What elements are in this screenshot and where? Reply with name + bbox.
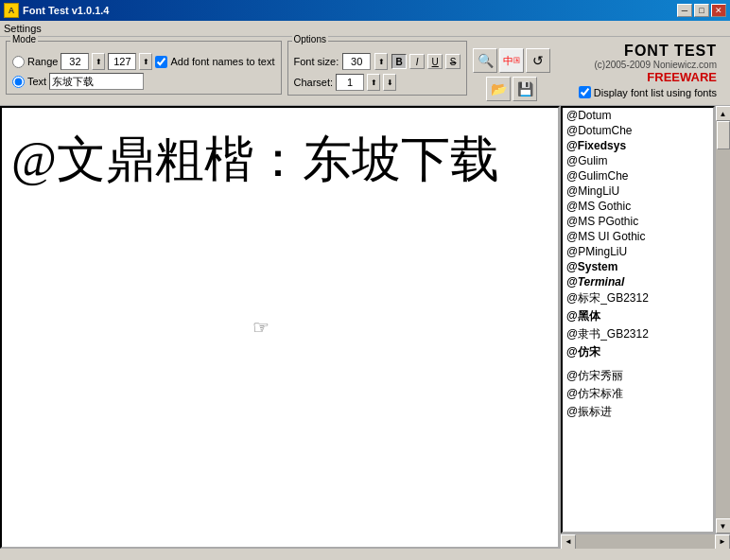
list-item[interactable]: @振标进: [563, 403, 713, 421]
china-button[interactable]: 中国: [499, 48, 524, 73]
list-item[interactable]: @标宋_GB2312: [563, 289, 713, 307]
action-buttons: 🔍 中国 ↺ 📂 💾: [473, 41, 550, 101]
titlebar: A Font Test v1.0.1.4 ─ □ ✕: [0, 0, 730, 21]
minimize-button[interactable]: ─: [677, 4, 692, 17]
scroll-left-button[interactable]: ◄: [561, 534, 576, 550]
charset-row: Charset: ⬆ ⬇: [294, 74, 461, 91]
open-button[interactable]: 📂: [486, 77, 511, 101]
list-item[interactable]: @MingLiU: [563, 184, 713, 199]
range-to-input[interactable]: [108, 53, 136, 70]
style-buttons: B I U S: [391, 54, 461, 69]
titlebar-buttons: ─ □ ✕: [677, 4, 726, 17]
range-radio[interactable]: [12, 56, 25, 68]
italic-button[interactable]: I: [409, 54, 425, 69]
logo-freeware: FREEWARE: [579, 70, 717, 84]
mode-label: Mode: [10, 34, 38, 44]
display-font-label: Display font list using fonts: [594, 87, 717, 98]
range-to-spin[interactable]: ⬆: [139, 53, 152, 70]
add-font-names-label: Add font names to text: [170, 56, 274, 67]
charset-input[interactable]: [336, 74, 364, 91]
list-item[interactable]: @Gulim: [563, 153, 713, 168]
font-list: @Dotum @DotumChe @Fixedsys @Gulim @Gulim…: [563, 108, 713, 421]
search-button[interactable]: 🔍: [473, 48, 497, 73]
charset-label: Charset:: [294, 77, 334, 88]
font-list-container: @Dotum @DotumChe @Fixedsys @Gulim @Gulim…: [561, 106, 730, 534]
toolbar: Mode Range ⬆ ⬆ Add font names to text Te…: [0, 37, 730, 106]
preview-area[interactable]: @文鼎粗楷：东坡下载 ☞: [0, 106, 560, 549]
horizontal-scrollbar: ◄ ►: [561, 534, 730, 549]
bold-button[interactable]: B: [391, 54, 407, 69]
list-item[interactable]: @MS UI Gothic: [563, 229, 713, 244]
range-from-input[interactable]: [61, 53, 89, 70]
list-item[interactable]: @Dotum: [563, 108, 713, 123]
cursor-hint: ☞: [252, 316, 269, 339]
list-item[interactable]: @Fixedsys: [563, 138, 713, 153]
list-item[interactable]: @PMingLiU: [563, 244, 713, 259]
scroll-track-h: [576, 534, 715, 549]
list-item[interactable]: @仿宋秀丽: [563, 367, 713, 385]
font-size-row: Font size: ⬆ B I U S: [294, 53, 461, 70]
refresh-button[interactable]: ↺: [526, 48, 550, 73]
save-button[interactable]: 💾: [513, 77, 537, 101]
list-item[interactable]: @System: [563, 259, 713, 274]
charset-spin[interactable]: ⬆: [367, 74, 380, 91]
range-radio-row: Range ⬆ ⬆ Add font names to text: [12, 53, 275, 70]
font-size-input[interactable]: [342, 53, 371, 70]
font-size-spin[interactable]: ⬆: [374, 53, 388, 70]
list-item[interactable]: @Terminal: [563, 274, 713, 289]
main-content: @文鼎粗楷：东坡下载 ☞ @Dotum @DotumChe @Fixedsys …: [0, 106, 730, 549]
charset-spin-down[interactable]: ⬇: [383, 74, 396, 91]
list-item[interactable]: @MS Gothic: [563, 199, 713, 214]
strikethrough-button[interactable]: S: [445, 54, 461, 69]
close-button[interactable]: ✕: [711, 4, 726, 17]
scroll-track: [716, 121, 730, 518]
add-font-names-checkbox[interactable]: [155, 56, 167, 68]
options-group: Options Font size: ⬆ B I U S Charset: ⬆ …: [287, 41, 468, 96]
app-icon: A: [4, 3, 19, 18]
list-item[interactable]: @仿宋: [563, 343, 713, 361]
logo-area: FONT TEST (c)2005-2009 Noniewicz.com FRE…: [571, 41, 724, 100]
menu-settings[interactable]: Settings: [4, 23, 42, 34]
maximize-button[interactable]: □: [694, 4, 709, 17]
font-size-label: Font size:: [294, 56, 339, 67]
logo-title: FONT TEST: [579, 43, 717, 60]
mode-group: Mode Range ⬆ ⬆ Add font names to text Te…: [6, 41, 282, 95]
text-label: Text: [27, 76, 46, 87]
icon-row-2: 📂 💾: [486, 77, 537, 101]
list-item[interactable]: @GulimChe: [563, 168, 713, 184]
font-list-panel: @Dotum @DotumChe @Fixedsys @Gulim @Gulim…: [560, 106, 730, 549]
list-item[interactable]: @DotumChe: [563, 123, 713, 138]
window-title: Font Test v1.0.1.4: [23, 5, 110, 16]
options-content: Font size: ⬆ B I U S Charset: ⬆ ⬇: [294, 45, 461, 91]
text-input[interactable]: [49, 73, 144, 90]
range-label: Range: [27, 56, 58, 67]
range-from-spin[interactable]: ⬆: [92, 53, 105, 70]
font-list-scroll: @Dotum @DotumChe @Fixedsys @Gulim @Gulim…: [561, 106, 715, 534]
menubar: Settings: [0, 21, 730, 37]
mode-options: Range ⬆ ⬆ Add font names to text Text: [12, 45, 275, 90]
list-item[interactable]: @隶书_GB2312: [563, 325, 713, 343]
display-font-row: Display font list using fonts: [579, 86, 717, 98]
scroll-thumb[interactable]: [717, 121, 730, 149]
list-item[interactable]: @仿宋标准: [563, 385, 713, 403]
options-label: Options: [292, 34, 328, 44]
list-item[interactable]: @黑体: [563, 307, 713, 325]
scroll-up-button[interactable]: ▲: [716, 106, 731, 121]
display-font-checkbox[interactable]: [579, 86, 591, 98]
scroll-right-button[interactable]: ►: [715, 534, 730, 550]
logo-url: (c)2005-2009 Noniewicz.com: [579, 60, 717, 70]
text-radio[interactable]: [12, 76, 25, 88]
underline-button[interactable]: U: [427, 54, 443, 69]
scroll-down-button[interactable]: ▼: [716, 518, 731, 534]
titlebar-left: A Font Test v1.0.1.4: [4, 3, 110, 18]
text-radio-row: Text: [12, 73, 275, 90]
icon-row-1: 🔍 中国 ↺: [473, 48, 550, 73]
list-item[interactable]: @MS PGothic: [563, 214, 713, 229]
vertical-scrollbar: ▲ ▼: [715, 106, 730, 534]
preview-text: @文鼎粗楷：东坡下载: [2, 108, 558, 212]
